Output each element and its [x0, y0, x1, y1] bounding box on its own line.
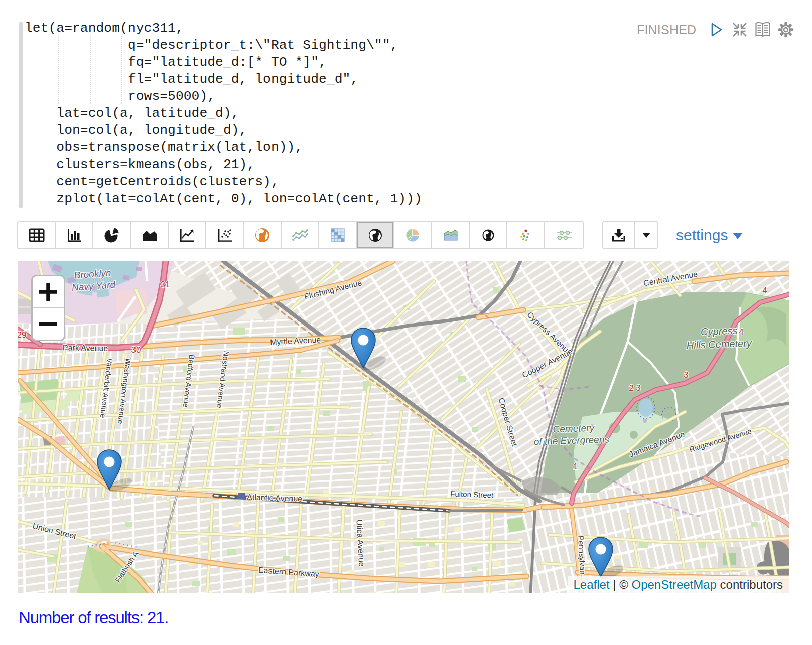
svg-text:30: 30 [131, 345, 141, 355]
svg-text:Fulton Street: Fulton Street [450, 490, 494, 500]
svg-text:Cemetery: Cemetery [553, 423, 595, 435]
svg-text:Cypress: Cypress [701, 325, 738, 338]
svg-text:31: 31 [161, 280, 170, 289]
svg-text:1: 1 [573, 462, 578, 471]
svg-text:29: 29 [18, 330, 26, 340]
svg-text:2 3: 2 3 [629, 383, 641, 393]
svg-text:3: 3 [684, 370, 688, 380]
svg-text:Park Avenue: Park Avenue [63, 343, 108, 353]
svg-text:4: 4 [739, 327, 743, 337]
svg-text:4: 4 [762, 286, 767, 295]
svg-text:Hills Cemetery: Hills Cemetery [686, 338, 752, 351]
